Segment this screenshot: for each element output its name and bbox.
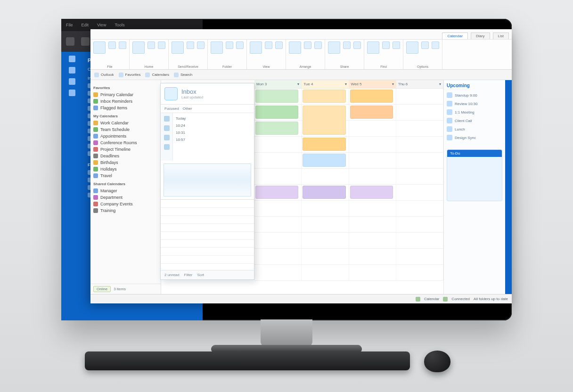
- calendar-event[interactable]: [255, 106, 298, 119]
- inbox-row[interactable]: 10:31: [176, 129, 251, 136]
- calendar-cell[interactable]: [349, 217, 396, 232]
- nav-item[interactable]: Deadlines: [93, 153, 158, 159]
- calendar-event[interactable]: [303, 138, 345, 151]
- calendar-cell[interactable]: [396, 185, 443, 200]
- calendar-cell[interactable]: [254, 217, 302, 232]
- calendar-grid[interactable]: Mon 3▾Tue 4▾Wed 5▾Thu 6▾: [254, 80, 444, 294]
- window-tab[interactable]: List: [493, 33, 509, 39]
- upcoming-item[interactable]: Lunch: [447, 125, 502, 133]
- nav-item[interactable]: Manager: [93, 188, 158, 194]
- calendar-cell[interactable]: [302, 201, 349, 216]
- nav-item[interactable]: Primary Calendar: [93, 91, 158, 98]
- upcoming-item[interactable]: Design Sync: [447, 133, 502, 142]
- calendar-cell[interactable]: [302, 265, 349, 280]
- nav-item[interactable]: Birthdays: [93, 159, 158, 166]
- ribbon-button-icon[interactable]: [147, 41, 155, 49]
- calendar-event[interactable]: [255, 122, 298, 135]
- calendar-event[interactable]: [350, 186, 393, 199]
- gutter-icon[interactable]: [164, 116, 170, 122]
- calendar-cell[interactable]: [396, 201, 443, 216]
- ribbon-button-icon[interactable]: [393, 41, 400, 49]
- calendar-cell[interactable]: [396, 265, 443, 280]
- calendar-cell[interactable]: [349, 265, 396, 280]
- sub-toolbar-item[interactable]: Calendars: [145, 73, 169, 77]
- ribbon-button-icon[interactable]: [314, 41, 322, 49]
- gutter-icon[interactable]: [164, 135, 170, 140]
- calendar-cell[interactable]: [349, 121, 396, 136]
- inbox-row[interactable]: 10:24: [176, 122, 251, 129]
- chevron-down-icon[interactable]: ▾: [297, 82, 299, 86]
- ribbon-button-icon[interactable]: [172, 41, 184, 54]
- calendar-cell[interactable]: [349, 185, 396, 200]
- chevron-down-icon[interactable]: ▾: [392, 82, 394, 86]
- bg-activity-icon[interactable]: [69, 67, 75, 74]
- ribbon-button-icon[interactable]: [265, 41, 272, 49]
- calendar-day-header[interactable]: Thu 6▾: [396, 80, 443, 88]
- chevron-down-icon[interactable]: ▾: [345, 82, 347, 86]
- nav-item[interactable]: Work Calendar: [93, 120, 158, 126]
- calendar-cell[interactable]: [396, 249, 443, 264]
- nav-item[interactable]: Flagged Items: [93, 105, 158, 111]
- calendar-cell[interactable]: [349, 89, 396, 104]
- inbox-row[interactable]: 10:57: [176, 136, 251, 143]
- bg-menu-item[interactable]: View: [97, 23, 106, 27]
- sub-toolbar-item[interactable]: Outlook: [94, 73, 114, 77]
- calendar-cell[interactable]: [254, 121, 302, 136]
- ribbon-button-icon[interactable]: [304, 41, 311, 49]
- ribbon-button-icon[interactable]: [367, 41, 379, 54]
- calendar-cell[interactable]: [349, 233, 396, 248]
- ribbon-button-icon[interactable]: [187, 41, 194, 49]
- chevron-down-icon[interactable]: ▾: [439, 82, 441, 86]
- window-tab[interactable]: Diary: [471, 33, 490, 39]
- upcoming-item[interactable]: Standup 9:00: [447, 91, 502, 99]
- calendar-cell[interactable]: [254, 105, 302, 120]
- calendar-cell[interactable]: [254, 137, 302, 152]
- inbox-status-item[interactable]: Sort: [197, 273, 204, 277]
- calendar-cell[interactable]: [254, 265, 302, 280]
- calendar-cell[interactable]: [254, 153, 302, 168]
- ribbon-button-icon[interactable]: [421, 41, 429, 49]
- bg-tool-icon[interactable]: [81, 37, 90, 46]
- calendar-cell[interactable]: [302, 105, 349, 120]
- calendar-event[interactable]: [303, 154, 345, 167]
- ribbon-button-icon[interactable]: [432, 41, 439, 49]
- bg-menu-item[interactable]: Tools: [115, 23, 124, 27]
- ribbon-button-icon[interactable]: [93, 41, 106, 54]
- bg-activity-icon[interactable]: [69, 56, 75, 62]
- vertical-scrollbar[interactable]: [505, 80, 512, 294]
- calendar-cell[interactable]: [396, 121, 443, 136]
- todo-card[interactable]: To-Do: [447, 149, 502, 201]
- ribbon-button-icon[interactable]: [275, 41, 283, 49]
- upcoming-item[interactable]: Client Call: [447, 116, 502, 125]
- ribbon-button-icon[interactable]: [406, 41, 418, 54]
- bg-menu-item[interactable]: File: [66, 23, 73, 27]
- calendar-event[interactable]: [303, 186, 345, 199]
- ribbon-button-icon[interactable]: [353, 41, 361, 49]
- inbox-status-item[interactable]: Filter: [184, 273, 193, 277]
- nav-item[interactable]: Training: [93, 207, 158, 214]
- gutter-icon[interactable]: [164, 144, 170, 150]
- nav-item[interactable]: Travel: [93, 172, 158, 179]
- ribbon-button-icon[interactable]: [197, 41, 205, 49]
- bg-activity-icon[interactable]: [69, 78, 75, 85]
- calendar-event[interactable]: [350, 106, 393, 119]
- calendar-cell[interactable]: [396, 105, 443, 120]
- upcoming-item[interactable]: 1:1 Meeting: [447, 108, 502, 116]
- ribbon-button-icon[interactable]: [226, 41, 233, 49]
- ribbon-button-icon[interactable]: [289, 41, 301, 54]
- calendar-day-header[interactable]: Wed 5▾: [349, 80, 396, 88]
- calendar-cell[interactable]: [254, 185, 302, 200]
- sub-toolbar-item[interactable]: Search: [174, 73, 192, 77]
- ribbon-button-icon[interactable]: [211, 41, 223, 54]
- ribbon-button-icon[interactable]: [343, 41, 351, 49]
- nav-item[interactable]: Inbox Reminders: [93, 98, 158, 105]
- calendar-cell[interactable]: [302, 185, 349, 200]
- ribbon-button-icon[interactable]: [250, 41, 262, 54]
- gutter-icon[interactable]: [164, 125, 170, 131]
- calendar-cell[interactable]: [349, 153, 396, 168]
- inbox-row[interactable]: Today: [176, 115, 251, 122]
- calendar-cell[interactable]: [349, 169, 396, 184]
- calendar-cell[interactable]: [396, 153, 443, 168]
- calendar-cell[interactable]: [302, 217, 349, 232]
- ribbon-button-icon[interactable]: [236, 41, 244, 49]
